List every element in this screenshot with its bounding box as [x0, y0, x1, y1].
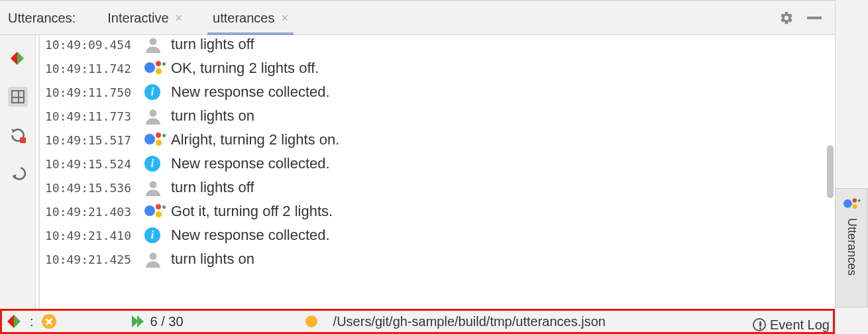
- log-row: 10:49:21.403 Got it, turning off 2 light…: [36, 199, 828, 223]
- log-message: New response collected.: [171, 84, 330, 101]
- utterances-panel: Utterances: Interactive × utterances ×: [0, 0, 835, 334]
- log-message: turn lights off: [171, 179, 254, 196]
- event-log-icon: [753, 318, 766, 331]
- side-tab-label: Utterances: [845, 218, 859, 276]
- left-toolbar: [0, 35, 36, 309]
- minimize-icon[interactable]: [807, 17, 822, 19]
- status-run-toggle[interactable]: [7, 315, 22, 328]
- log-timestamp: 10:49:21.425: [45, 252, 144, 266]
- status-path: /Users/git/gh-sample/build/tmp/utterance…: [333, 314, 606, 329]
- fast-forward-icon[interactable]: [132, 315, 142, 327]
- scrollbar[interactable]: [827, 38, 834, 306]
- log-timestamp: 10:49:21.410: [45, 229, 144, 243]
- gear-icon[interactable]: [779, 11, 794, 25]
- log-timestamp: 10:49:09.454: [45, 38, 144, 52]
- person-icon: [144, 36, 162, 53]
- undo-icon[interactable]: [8, 164, 28, 184]
- log-row: 10:49:11.750iNew response collected.: [36, 80, 828, 104]
- close-icon[interactable]: ×: [281, 12, 288, 24]
- event-log-label: Event Log: [770, 317, 830, 333]
- log-message: turn lights off: [171, 36, 254, 53]
- log-timestamp: 10:49:11.750: [45, 85, 144, 99]
- panel-header: Utterances: Interactive × utterances ×: [0, 1, 835, 35]
- log-timestamp: 10:49:11.773: [45, 109, 144, 123]
- log-message: New response collected.: [171, 155, 330, 172]
- panel-title: Utterances:: [8, 11, 76, 26]
- log-row: 10:49:21.410iNew response collected.: [36, 223, 828, 247]
- log-row: 10:49:11.773 turn lights on: [36, 104, 828, 128]
- info-icon: i: [144, 156, 160, 172]
- svg-point-4: [150, 109, 157, 117]
- log-message: Alright, turning 2 lights on.: [171, 131, 339, 148]
- log-timestamp: 10:49:21.403: [45, 205, 144, 219]
- assistant-icon: [144, 203, 164, 220]
- svg-point-5: [150, 181, 157, 188]
- refresh-stop-icon[interactable]: [8, 125, 28, 145]
- svg-point-3: [150, 38, 157, 45]
- info-icon: i: [144, 84, 160, 100]
- tab-utterances[interactable]: utterances ×: [207, 1, 294, 34]
- log-row: 10:49:21.425 turn lights on: [36, 247, 828, 271]
- assistant-icon: [843, 197, 859, 211]
- log-row: 10:49:09.454 turn lights off: [36, 35, 828, 56]
- run-toggle-icon[interactable]: [8, 48, 28, 68]
- side-tab-utterances[interactable]: Utterances: [835, 188, 868, 307]
- log-row: 10:49:11.742 OK, turning 2 lights off.: [36, 56, 828, 80]
- person-icon: [144, 107, 162, 125]
- log-message: OK, turning 2 lights off.: [171, 60, 319, 77]
- status-warning-icon: [305, 315, 317, 327]
- svg-rect-1: [20, 137, 26, 143]
- tab-label: Interactive: [107, 11, 168, 26]
- scroll-thumb[interactable]: [827, 145, 834, 198]
- log-timestamp: 10:49:15.536: [45, 181, 144, 195]
- person-icon: [144, 179, 162, 196]
- status-bar: : 6 / 30 /Users/git/gh-sample/build/tmp/…: [0, 309, 835, 334]
- person-icon: [144, 250, 162, 268]
- log-timestamp: 10:49:15.524: [45, 157, 144, 171]
- right-sidebar: Utterances: [835, 0, 868, 334]
- log-message: Got it, turning off 2 lights.: [171, 203, 333, 220]
- tab-label: utterances: [213, 11, 274, 26]
- log-message: New response collected.: [171, 227, 330, 244]
- info-icon: i: [144, 227, 160, 243]
- log-message: turn lights on: [171, 250, 254, 268]
- log-area: 10:49:09.454 turn lights off10:49:11.742…: [36, 35, 835, 309]
- log-row: 10:49:15.536 turn lights off: [36, 176, 828, 199]
- status-colon: :: [30, 314, 34, 329]
- close-icon[interactable]: ×: [176, 12, 183, 24]
- log-timestamp: 10:49:15.517: [45, 133, 144, 147]
- assistant-icon: [144, 60, 164, 77]
- svg-point-6: [150, 252, 157, 260]
- log-row: 10:49:15.517 Alright, turning 2 lights o…: [36, 128, 828, 152]
- layout-icon[interactable]: [8, 87, 28, 107]
- status-error-icon[interactable]: [42, 314, 56, 329]
- status-progress: 6 / 30: [150, 314, 184, 329]
- event-log-button[interactable]: Event Log: [753, 315, 830, 334]
- tab-interactive[interactable]: Interactive ×: [102, 1, 188, 34]
- assistant-icon: [144, 131, 164, 148]
- log-timestamp: 10:49:11.742: [45, 62, 144, 76]
- log-message: turn lights on: [171, 107, 254, 125]
- log-row: 10:49:15.524iNew response collected.: [36, 152, 828, 176]
